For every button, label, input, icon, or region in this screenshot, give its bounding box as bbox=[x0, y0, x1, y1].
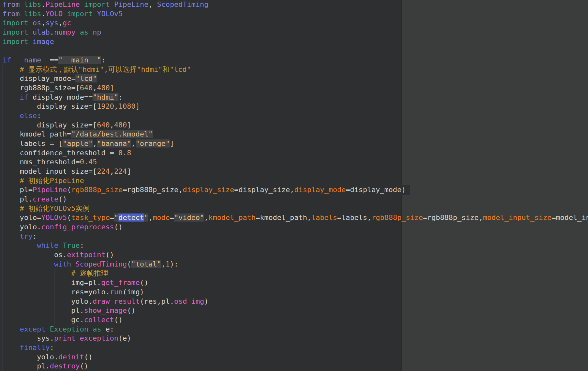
code-line: import ulab.numpy as np bbox=[0, 28, 588, 37]
code-line: sys.print_exception(e) bbox=[0, 334, 588, 343]
code-line: yolo=YOLOv5(task_type="detect",mode="vid… bbox=[0, 213, 588, 223]
code-token: kmodel_path bbox=[209, 213, 256, 222]
indent-guides bbox=[3, 297, 71, 306]
code-token: gc. bbox=[71, 316, 84, 324]
code-token: () bbox=[84, 353, 93, 361]
code-token: 1080 bbox=[119, 102, 136, 110]
code-token: display_size=[ bbox=[37, 102, 97, 110]
code-line: display_mode="lcd" bbox=[0, 74, 588, 83]
code-token: , bbox=[93, 84, 97, 92]
code-token: ScopedTiming bbox=[157, 0, 209, 8]
indent-guides bbox=[3, 167, 20, 176]
code-token bbox=[20, 0, 24, 8]
code-token bbox=[58, 241, 62, 249]
code-token: as bbox=[80, 28, 88, 36]
code-line: else: bbox=[0, 111, 588, 121]
indent-guides bbox=[3, 213, 20, 223]
code-token: import bbox=[84, 0, 110, 8]
code-token: () bbox=[106, 251, 114, 259]
code-line: confidence_threshold = 0.8 bbox=[0, 148, 588, 158]
code-token: =rgb888p_size, bbox=[123, 186, 183, 194]
code-token bbox=[71, 260, 75, 268]
code-token: # 初始化PipeLine bbox=[20, 177, 84, 185]
code-token: ) bbox=[204, 297, 208, 305]
code-line: model_input_size=[224,224] bbox=[0, 167, 588, 176]
indent-guides bbox=[3, 353, 37, 362]
code-token: : bbox=[80, 241, 84, 249]
code-token: () bbox=[114, 316, 123, 324]
code-token: model_input_size=[ bbox=[20, 167, 97, 175]
code-token: as bbox=[93, 325, 101, 333]
code-token: while bbox=[37, 241, 58, 249]
code-token: numpy bbox=[54, 28, 75, 36]
code-token: "video" bbox=[174, 213, 204, 222]
code-line: os.exitpoint() bbox=[0, 250, 588, 260]
code-token: nms_threshold= bbox=[20, 158, 80, 166]
indent-guides bbox=[3, 223, 20, 232]
code-token: collect bbox=[84, 316, 114, 324]
code-token: model_input_size bbox=[483, 213, 552, 222]
code-token: . bbox=[41, 10, 45, 18]
code-line: if __name__=="__main__": bbox=[0, 56, 588, 65]
code-token: os bbox=[33, 19, 41, 27]
code-token: = bbox=[170, 213, 174, 222]
code-token: ( bbox=[127, 260, 131, 268]
code-line: finally: bbox=[0, 343, 588, 353]
indent-guides bbox=[3, 130, 20, 139]
selected-text: detect bbox=[119, 213, 144, 222]
code-token: "apple" bbox=[62, 139, 93, 147]
code-token: mode bbox=[153, 213, 170, 222]
indent-guides bbox=[3, 260, 54, 269]
code-token: config_preprocess bbox=[41, 223, 114, 231]
code-line: pl=PipeLine(rgb888p_size=rgb888p_size,di… bbox=[0, 185, 410, 195]
code-line: # 初始化PipeLine bbox=[0, 176, 588, 186]
code-token: res=yolo. bbox=[71, 288, 110, 296]
code-token: draw_result bbox=[93, 297, 140, 305]
code-token: # 显示模式，默认"hdmi",可以选择"hdmi"和"lcd" bbox=[20, 65, 191, 73]
code-token: 1 bbox=[165, 260, 170, 268]
indent-guides bbox=[3, 185, 20, 195]
code-token: , bbox=[131, 139, 135, 147]
indent-guides bbox=[3, 278, 71, 288]
code-token: gc bbox=[62, 19, 71, 27]
code-token: =kmodel_path, bbox=[256, 213, 311, 222]
code-token: yolo. bbox=[37, 353, 58, 361]
code-token: os. bbox=[54, 251, 67, 259]
code-line: display_size=[1920,1080] bbox=[0, 102, 588, 111]
indent-guides bbox=[3, 334, 37, 343]
code-token: run bbox=[110, 288, 123, 296]
code-line: if display_mode=="hdmi": bbox=[0, 93, 588, 102]
code-token: ] bbox=[136, 102, 140, 110]
code-token: PipeLine bbox=[45, 0, 80, 8]
code-token: sys bbox=[45, 19, 58, 27]
code-token bbox=[88, 325, 93, 333]
code-token: ] bbox=[127, 121, 131, 129]
code-token: with bbox=[54, 260, 71, 268]
code-token: import bbox=[3, 38, 28, 46]
code-token: = bbox=[110, 213, 114, 222]
code-line: res=yolo.run(img) bbox=[0, 288, 588, 297]
code-token: =display_mode) bbox=[346, 186, 406, 194]
code-token: except bbox=[20, 325, 45, 333]
code-token: display_mode= bbox=[20, 74, 75, 82]
code-token: ] bbox=[110, 84, 114, 92]
indent-guides bbox=[3, 204, 20, 213]
code-line: with ScopedTiming("total",1): bbox=[0, 260, 588, 269]
code-token: =labels, bbox=[337, 213, 371, 222]
code-token: () bbox=[114, 223, 123, 231]
code-token: ] bbox=[127, 167, 131, 175]
code-token: sys. bbox=[37, 334, 54, 342]
code-token: (e) bbox=[119, 334, 131, 342]
indent-guides bbox=[3, 139, 20, 148]
code-token: # 初始化YOLOv5实例 bbox=[20, 204, 90, 213]
code-token: , bbox=[204, 213, 209, 222]
code-token: display_mode bbox=[294, 186, 346, 194]
code-token: deinit bbox=[58, 353, 84, 361]
code-token: rgb888p_size bbox=[371, 213, 423, 222]
code-token: ): bbox=[170, 260, 179, 268]
code-token bbox=[110, 0, 114, 8]
code-token: " bbox=[144, 213, 148, 222]
code-token: from bbox=[3, 10, 20, 18]
code-area[interactable]: from libs.PipeLine import PipeLine, Scop… bbox=[0, 0, 588, 371]
code-line: # 逐帧推理 bbox=[0, 269, 588, 278]
